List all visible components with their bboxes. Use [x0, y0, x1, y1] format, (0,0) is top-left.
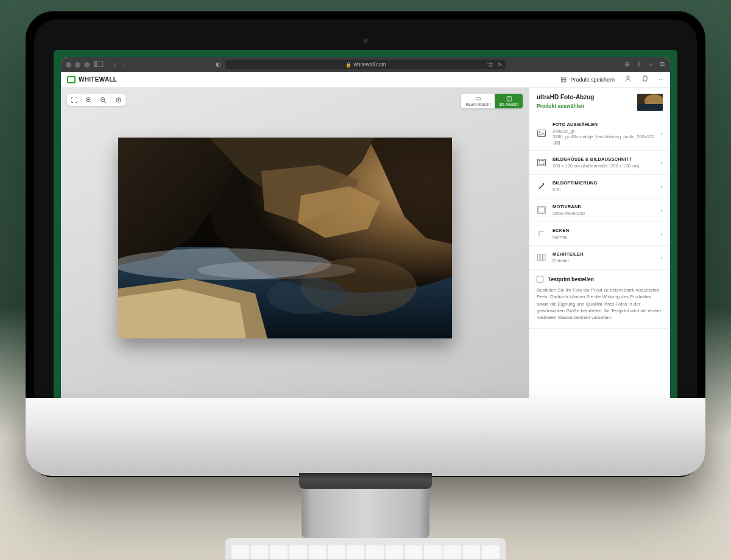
url-text: whitewall.com: [354, 61, 386, 68]
chevron-right-icon: ›: [660, 159, 663, 166]
keyboard: [225, 538, 506, 560]
config-title: BILDGRÖSSE & BILDAUSSCHNITT: [553, 156, 654, 162]
app-header: WHITEWALL ▤ Produkt speichern ⋯: [61, 72, 670, 88]
svg-rect-30: [543, 254, 546, 261]
config-value: 0 %: [553, 187, 654, 192]
3d-view-label: 3D-Ansicht: [499, 102, 518, 107]
browser-nav: ‹ ›: [114, 61, 124, 68]
svg-line-4: [90, 101, 91, 103]
svg-rect-25: [539, 161, 544, 165]
svg-rect-28: [538, 254, 540, 261]
config-row-size[interactable]: BILDGRÖSSE & BILDAUSSCHNITT200 x 120 cm …: [529, 151, 670, 175]
monitor-stand: [302, 475, 429, 539]
browser-toolbar: ‹ › ◐ 🔒 whitewall.com ⟳ ᴬ文 ⊕ ⇪ ＋ ⧉: [61, 57, 670, 72]
config-value: 200 x 120 cm (Außenmaße: 200 x 120 cm): [553, 163, 654, 169]
config-list: FOTO AUSWÄHLEN240819_gr-3886_großformati…: [529, 116, 670, 270]
config-value: Normal: [553, 234, 654, 240]
back-button[interactable]: ‹: [114, 61, 116, 68]
svg-rect-21: [637, 104, 663, 111]
view-toggle: ▭ Raum-Ansicht ◫ 3D-Ansicht: [461, 94, 523, 108]
config-row-border[interactable]: MOTIVRANDOhne Weißrand ›: [529, 198, 670, 222]
product-preview-image: [118, 138, 452, 338]
traffic-lights[interactable]: [66, 62, 90, 68]
3d-view-button[interactable]: ◫ 3D-Ansicht: [495, 94, 523, 108]
corner-icon: [537, 229, 546, 239]
forward-button[interactable]: ›: [122, 61, 125, 68]
svg-point-23: [539, 131, 540, 133]
share-icon[interactable]: ⇪: [636, 60, 641, 69]
testprint-checkbox[interactable]: Testprint bestellen: [537, 276, 663, 282]
save-product-button[interactable]: ▤ Produkt speichern: [560, 75, 615, 83]
config-row-corners[interactable]: ECKENNormal ›: [529, 222, 670, 246]
new-tab-icon[interactable]: ＋: [648, 60, 654, 69]
browser-window: ‹ › ◐ 🔒 whitewall.com ⟳ ᴬ文 ⊕ ⇪ ＋ ⧉: [61, 57, 670, 450]
app-body: ⛶: [61, 88, 670, 450]
config-title: BILDOPTIMIERUNG: [553, 180, 654, 186]
tabs-icon[interactable]: ⧉: [660, 60, 665, 69]
config-title: MEHRTEILER: [553, 251, 654, 257]
chevron-right-icon: ›: [660, 206, 663, 214]
url-bar[interactable]: 🔒 whitewall.com ⟳ ᴬ文: [225, 60, 506, 69]
more-icon[interactable]: ⋯: [659, 77, 664, 83]
product-thumbnail: [637, 94, 663, 111]
minimize-icon[interactable]: [75, 62, 80, 68]
image-icon: [537, 128, 546, 138]
product-title: ultraHD Foto-Abzug: [537, 94, 632, 100]
wand-icon: [537, 181, 546, 191]
config-value: Ohne Weißrand: [553, 211, 654, 216]
chevron-right-icon: ›: [660, 130, 663, 137]
config-row-photo[interactable]: FOTO AUSWÄHLEN240819_gr-3886_großformati…: [529, 116, 670, 151]
logo-text: WHITEWALL: [79, 76, 117, 83]
camera-dot: [364, 39, 367, 43]
product-header: ultraHD Foto-Abzug Produkt auswählen: [529, 88, 670, 116]
logo[interactable]: WHITEWALL: [67, 76, 117, 83]
account-icon[interactable]: [624, 75, 632, 84]
fit-screen-button[interactable]: ⛶: [67, 94, 82, 106]
config-title: ECKEN: [553, 228, 654, 233]
lock-icon: 🔒: [345, 62, 351, 68]
room-view-label: Raum-Ansicht: [465, 102, 490, 107]
shield-icon[interactable]: ◐: [216, 61, 221, 68]
svg-point-2: [627, 76, 629, 79]
cube-icon: ◫: [506, 95, 512, 102]
checkbox-icon: [537, 276, 543, 282]
close-icon[interactable]: [66, 62, 71, 68]
svg-line-8: [104, 101, 106, 103]
product-select-link[interactable]: Produkt auswählen: [537, 103, 632, 109]
svg-point-18: [267, 278, 347, 314]
testprint-section: Testprint bestellen Bestellen Sie Ihr Fo…: [529, 270, 670, 329]
chevron-right-icon: ›: [660, 254, 663, 261]
config-value: 240819_gr-3886_großformatige_kaschierung…: [553, 128, 654, 145]
config-panel: ultraHD Foto-Abzug Produkt auswählen FOT…: [529, 88, 670, 450]
svg-rect-1: [94, 61, 97, 67]
sidebar-toggle-icon[interactable]: [94, 61, 103, 68]
rotate-button[interactable]: [111, 94, 125, 106]
svg-marker-11: [118, 99, 119, 101]
config-row-multipart[interactable]: MEHRTEILEREinteiler ›: [529, 246, 670, 270]
room-view-icon: ▭: [475, 95, 481, 102]
config-row-optimization[interactable]: BILDOPTIMIERUNG0 % ›: [529, 175, 670, 198]
config-value: Einteiler: [553, 258, 654, 264]
save-icon: ▤: [560, 75, 567, 83]
downloads-icon[interactable]: ⊕: [624, 60, 630, 69]
logo-icon: [67, 76, 76, 83]
svg-rect-22: [538, 130, 546, 137]
multipart-icon: [537, 253, 546, 262]
testprint-description: Bestellen Sie Ihr Foto als Proof zu eine…: [537, 287, 663, 321]
room-view-button[interactable]: ▭ Raum-Ansicht: [461, 94, 495, 108]
maximize-icon[interactable]: [84, 62, 90, 68]
border-icon: [537, 205, 546, 215]
translate-icon[interactable]: ᴬ文: [487, 61, 493, 68]
zoom-in-button[interactable]: [82, 94, 96, 106]
chevron-right-icon: ›: [660, 183, 663, 190]
preview-pane: ⛶: [61, 88, 529, 450]
monitor-chin: [26, 398, 705, 476]
reload-icon[interactable]: ⟳: [498, 62, 502, 68]
save-product-label: Produkt speichern: [570, 77, 615, 83]
zoom-out-button[interactable]: [96, 94, 111, 106]
preview-tools: ⛶: [67, 94, 125, 106]
cart-icon[interactable]: [641, 75, 649, 84]
chevron-right-icon: ›: [660, 230, 663, 237]
config-title: MOTIVRAND: [553, 204, 654, 209]
size-icon: [537, 158, 546, 167]
